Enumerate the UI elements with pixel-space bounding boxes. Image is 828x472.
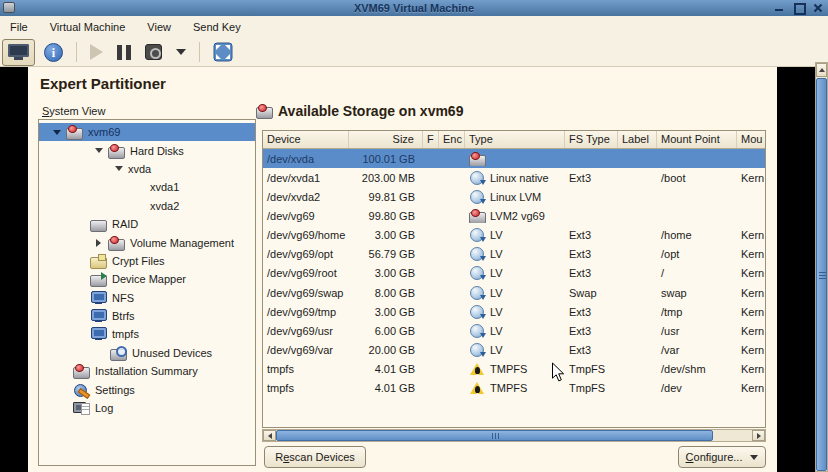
- column-header[interactable]: FS Type: [565, 131, 618, 148]
- table-row[interactable]: tmpfs 4.01 GB TMPFS TmpFS /dev Kern: [263, 379, 765, 398]
- type-icon: [469, 247, 486, 261]
- storage-table: DeviceSizeFEncTypeFS TypeLabelMount Poin…: [262, 130, 766, 428]
- rescan-devices-button[interactable]: Rescan Devices: [264, 446, 366, 468]
- console-toggle-button[interactable]: [2, 39, 35, 66]
- cell-fstype: Ext3: [565, 248, 618, 260]
- table-row[interactable]: /dev/xvda 100.01 GB: [263, 149, 765, 168]
- table-header: DeviceSizeFEncTypeFS TypeLabelMount Poin…: [263, 131, 765, 149]
- menu-item[interactable]: View: [139, 18, 179, 36]
- tree-item-label: Crypt Files: [112, 255, 165, 267]
- cell-fstype: Ext3: [565, 344, 618, 356]
- menu-item[interactable]: Send Key: [185, 18, 249, 36]
- tree-item[interactable]: Btrfs: [39, 307, 255, 325]
- tree-item-label: Volume Management: [130, 237, 234, 249]
- cell-fstype: TmpFS: [565, 382, 618, 394]
- horizontal-scroll-thumb[interactable]: [276, 430, 713, 441]
- cell-device: /dev/vg69/tmp: [263, 306, 349, 318]
- fullscreen-button[interactable]: [208, 39, 238, 66]
- scroll-right-icon[interactable]: [752, 430, 765, 441]
- tree-item-label: RAID: [112, 218, 138, 230]
- toolbar-separator: [76, 42, 77, 62]
- vm-details-button[interactable]: i: [39, 39, 68, 66]
- table-row[interactable]: tmpfs 4.01 GB TMPFS TmpFS /dev/shm Kern: [263, 360, 765, 379]
- tree-item[interactable]: RAID: [39, 215, 255, 233]
- tree-item[interactable]: tmpfs: [39, 325, 255, 343]
- table-row[interactable]: /dev/vg69/home 3.00 GB LV Ext3 /home Ker…: [263, 226, 765, 245]
- table-row[interactable]: /dev/xvda1 203.00 MB Linux native Ext3 /…: [263, 168, 765, 187]
- shutdown-button[interactable]: [140, 39, 167, 66]
- column-header[interactable]: Type: [465, 131, 565, 148]
- menu-item[interactable]: Virtual Machine: [42, 18, 134, 36]
- tree-expander-icon[interactable]: [51, 130, 62, 135]
- tree-item[interactable]: Hard Disks: [39, 141, 255, 159]
- cell-device: /dev/xvda: [263, 153, 349, 165]
- pause-button[interactable]: [112, 39, 136, 66]
- cell-device: /dev/vg69/home: [263, 229, 349, 241]
- configure-button[interactable]: Configure...: [678, 446, 766, 468]
- menu-item[interactable]: File: [2, 18, 36, 36]
- tree-item-icon: [73, 364, 90, 378]
- vm-viewer-window: XVM69 Virtual Machine FileVirtual Machin…: [0, 0, 828, 472]
- vertical-scroll-thumb[interactable]: [816, 78, 827, 471]
- cell-mountby: Kern: [737, 325, 765, 337]
- tree-expander-icon[interactable]: [93, 239, 104, 247]
- table-row[interactable]: /dev/vg69 99.80 GB LVM2 vg69: [263, 206, 765, 225]
- column-header[interactable]: Device: [263, 131, 349, 148]
- table-row[interactable]: /dev/vg69/usr 6.00 GB LV Ext3 /usr Kern: [263, 321, 765, 340]
- tree-item-label: xvda1: [150, 181, 179, 193]
- tree-item[interactable]: Log: [39, 399, 255, 417]
- toolbar-separator: [199, 42, 200, 62]
- tree-item[interactable]: xvda: [39, 160, 255, 178]
- cell-fstype: Swap: [565, 287, 618, 299]
- cell-mountby: Kern: [737, 306, 765, 318]
- shutdown-icon: [145, 44, 162, 60]
- type-icon: [469, 286, 486, 300]
- table-row[interactable]: /dev/vg69/swap 8.00 GB LV Swap swap Kern: [263, 283, 765, 302]
- tree-expander-icon[interactable]: [93, 148, 104, 153]
- minimize-icon[interactable]: [773, 1, 786, 14]
- tree-item[interactable]: xvda2: [39, 197, 255, 215]
- cell-size: 20.00 GB: [349, 344, 423, 356]
- tree-item-icon: [73, 401, 90, 415]
- tree-item[interactable]: NFS: [39, 289, 255, 307]
- column-header[interactable]: Label: [618, 131, 657, 148]
- table-row[interactable]: /dev/vg69/var 20.00 GB LV Ext3 /var Kern: [263, 340, 765, 359]
- scroll-up-icon[interactable]: [816, 63, 827, 77]
- scroll-left-icon[interactable]: [263, 430, 276, 441]
- cell-size: 3.00 GB: [349, 306, 423, 318]
- page-title: Expert Partitioner: [40, 75, 166, 92]
- cell-type: LV: [465, 324, 565, 338]
- tree-expander-icon[interactable]: [113, 166, 124, 171]
- viewer-vertical-scrollbar[interactable]: [815, 62, 828, 472]
- cell-mountpoint: /usr: [657, 325, 737, 337]
- column-header[interactable]: Mou: [737, 131, 765, 148]
- cell-device: /dev/xvda1: [263, 172, 349, 184]
- table-row[interactable]: /dev/vg69/opt 56.79 GB LV Ext3 /opt Kern: [263, 245, 765, 264]
- cell-fstype: Ext3: [565, 229, 618, 241]
- run-button[interactable]: [85, 39, 108, 66]
- tree-item-label: xvda2: [150, 200, 179, 212]
- tree-item[interactable]: Volume Management: [39, 233, 255, 251]
- table-row[interactable]: /dev/xvda2 99.81 GB Linux LVM: [263, 187, 765, 206]
- tree-item[interactable]: Settings: [39, 380, 255, 398]
- table-row[interactable]: /dev/vg69/root 3.00 GB LV Ext3 / Kern: [263, 264, 765, 283]
- tree-item[interactable]: xvm69: [39, 123, 255, 141]
- column-header[interactable]: Size: [349, 131, 423, 148]
- cell-size: 99.81 GB: [349, 191, 423, 203]
- column-header[interactable]: F: [423, 131, 439, 148]
- tree-item[interactable]: Unused Devices: [39, 344, 255, 362]
- maximize-icon[interactable]: [792, 1, 805, 14]
- tree-item[interactable]: Device Mapper: [39, 270, 255, 288]
- tree-item[interactable]: Installation Summary: [39, 362, 255, 380]
- column-header[interactable]: Enc: [439, 131, 465, 148]
- shutdown-menu-button[interactable]: [171, 39, 191, 66]
- close-icon[interactable]: [811, 1, 824, 14]
- column-header[interactable]: Mount Point: [657, 131, 737, 148]
- tree-item[interactable]: Crypt Files: [39, 252, 255, 270]
- tree-item[interactable]: xvda1: [39, 178, 255, 196]
- tree-item-label: Unused Devices: [132, 347, 212, 359]
- table-horizontal-scrollbar[interactable]: [262, 429, 766, 442]
- table-row[interactable]: /dev/vg69/tmp 3.00 GB LV Ext3 /tmp Kern: [263, 302, 765, 321]
- type-icon: [469, 228, 486, 242]
- tree-item-icon: [108, 144, 125, 158]
